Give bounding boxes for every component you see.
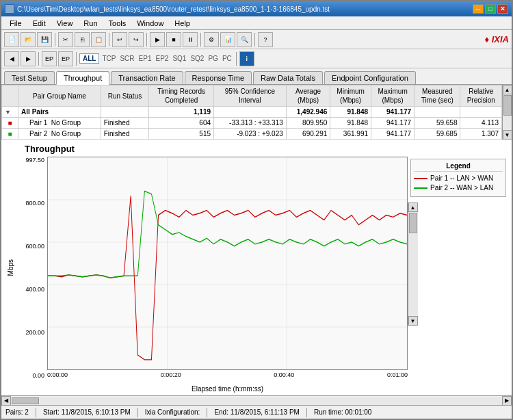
scroll-up[interactable]: ▲ <box>503 85 512 94</box>
cell-allpairs-measured <box>415 107 460 118</box>
y-val-3: 600.00 <box>25 243 44 250</box>
tb-ep2[interactable]: EP <box>58 51 73 66</box>
col-average: Average(Mbps) <box>286 86 330 107</box>
h-scroll-left[interactable]: ◀ <box>1 396 11 406</box>
close-button[interactable]: ✕ <box>497 4 508 14</box>
tb-ep1[interactable]: EP <box>42 51 57 66</box>
tb-copy[interactable]: ⎘ <box>75 32 90 47</box>
cell-pair1-confidence: -33.313 : +33.313 <box>214 118 287 129</box>
proto-ep2[interactable]: EP2 <box>154 55 170 62</box>
tab-endpoint-config[interactable]: Endpoint Configuration <box>324 71 416 84</box>
proto-sq1[interactable]: SQ1 <box>171 55 187 62</box>
tb-settings[interactable]: ⚙ <box>204 32 219 47</box>
y-val-6: 0.00 <box>32 372 44 379</box>
tb-cut[interactable]: ✂ <box>58 32 73 47</box>
chart-scroll-down[interactable]: ▼ <box>408 316 418 326</box>
tb-zoom[interactable]: 🔍 <box>237 32 252 47</box>
tb-new[interactable]: 📄 <box>4 32 19 47</box>
tb-help[interactable]: ? <box>258 32 273 47</box>
menu-tools[interactable]: Tools <box>103 18 132 29</box>
chart-scroll-track <box>408 212 418 316</box>
x-axis-label: Elapsed time (h:mm:ss) <box>47 384 408 393</box>
sep5 <box>254 33 255 47</box>
tb-nav1[interactable]: ◀ <box>4 51 19 66</box>
menu-run[interactable]: Run <box>78 18 103 29</box>
cell-allpairs-records: 1,119 <box>149 107 214 118</box>
tb-stop[interactable]: ■ <box>166 32 181 47</box>
chart-scroll-up[interactable]: ▲ <box>408 202 418 212</box>
tab-transaction-rate[interactable]: Transaction Rate <box>111 71 183 84</box>
minimize-button[interactable]: ─ <box>473 4 484 14</box>
chart-left: Throughput Mbps 997.50 800.00 600.00 400… <box>4 142 408 393</box>
tb-run[interactable]: ▶ <box>150 32 165 47</box>
tab-test-setup[interactable]: Test Setup <box>4 71 55 84</box>
tab-throughput[interactable]: Throughput <box>56 71 109 85</box>
scroll-down[interactable]: ▼ <box>503 130 512 140</box>
sep1 <box>55 33 55 47</box>
tb-info[interactable]: i <box>239 51 254 66</box>
sep3 <box>146 33 147 47</box>
legend-item-pair2: Pair 2 -- WAN > LAN <box>414 184 503 192</box>
cell-pair2-measured: 59.685 <box>415 129 460 140</box>
proto-ep1[interactable]: EP1 <box>137 55 153 62</box>
legend-label-pair2: Pair 2 -- WAN > LAN <box>430 184 493 192</box>
proto-tcp[interactable]: TCP <box>101 55 117 62</box>
menu-window[interactable]: Window <box>131 18 169 29</box>
menu-file[interactable]: File <box>4 18 27 29</box>
chart-scrollbar-v[interactable]: ▲ ▼ <box>408 202 417 326</box>
cell-allpairs-max: 941.177 <box>371 107 415 118</box>
cell-pair1-status: Finished <box>101 118 149 129</box>
results-table: Pair Group Name Run Status Timing Record… <box>1 85 502 140</box>
cell-pair2-confidence: -9.023 : +9.023 <box>214 129 287 140</box>
title-bar-left: C:\Users\Tim\Desktop\wlan_tests\linksys_… <box>5 4 330 14</box>
x-axis: 0:00:00 0:00:20 0:00:40 0:01:00 <box>47 370 408 384</box>
status-sep1 <box>36 408 36 417</box>
chart-scroll-thumb[interactable] <box>409 213 417 233</box>
proto-scr[interactable]: SCR <box>118 55 135 62</box>
menu-edit[interactable]: Edit <box>27 18 51 29</box>
tab-raw-data-totals[interactable]: Raw Data Totals <box>253 71 323 84</box>
cell-pair1-avg: 809.950 <box>286 118 330 129</box>
y-val-4: 400.00 <box>25 286 44 293</box>
menu-view[interactable]: View <box>51 18 79 29</box>
proto-sq2[interactable]: SQ2 <box>189 55 205 62</box>
app-icon <box>5 4 14 14</box>
status-bar: Pairs: 2 Start: 11/8/2015, 6:10:13 PM Ix… <box>1 405 512 419</box>
proto-pc[interactable]: PC <box>221 55 233 62</box>
y-axis-label: Mbps <box>7 259 14 276</box>
col-run-status: Run Status <box>101 86 149 107</box>
tab-response-time[interactable]: Response Time <box>185 71 252 84</box>
table-scrollbar[interactable]: ▲ ▼ <box>502 85 512 140</box>
tb-all-label[interactable]: ALL <box>79 53 99 64</box>
y-val-2: 800.00 <box>25 200 44 207</box>
h-scroll-right[interactable]: ▶ <box>502 396 512 406</box>
sep2 <box>109 33 109 47</box>
expand-icon[interactable]: ▼ <box>2 107 18 118</box>
status-sep3 <box>207 408 207 417</box>
tb-paste[interactable]: 📋 <box>91 32 106 47</box>
tb-chart[interactable]: 📊 <box>220 32 235 47</box>
cell-allpairs-min: 91.848 <box>330 107 371 118</box>
y-val-1: 997.50 <box>25 157 44 163</box>
tb-pause[interactable]: ⏸ <box>183 32 198 47</box>
cell-pair2-name[interactable]: Pair 2 No Group <box>18 129 101 140</box>
cell-allpairs-status <box>101 107 149 118</box>
menu-help[interactable]: Help <box>169 18 196 29</box>
cell-allpairs-confidence <box>214 107 287 118</box>
scroll-thumb[interactable] <box>503 95 512 116</box>
tb-nav2[interactable]: ▶ <box>21 51 36 66</box>
maximize-button[interactable]: □ <box>485 4 496 14</box>
cell-pair1-records: 604 <box>149 118 214 129</box>
tb-open[interactable]: 📂 <box>21 32 36 47</box>
h-scroll-thumb[interactable] <box>12 397 39 404</box>
title-controls: ─ □ ✕ <box>473 4 508 14</box>
status-end: End: 11/8/2015, 6:11:13 PM <box>214 408 300 416</box>
tb-save[interactable]: 💾 <box>37 32 52 47</box>
legend-line-pair2 <box>414 187 428 189</box>
y-val-5: 200.00 <box>25 329 44 336</box>
chart-plot <box>47 157 408 370</box>
proto-pg[interactable]: PG <box>207 55 219 62</box>
tb-undo[interactable]: ↩ <box>112 32 127 47</box>
cell-pair1-name[interactable]: Pair 1 No Group <box>18 118 101 129</box>
tb-redo[interactable]: ↪ <box>129 32 144 47</box>
